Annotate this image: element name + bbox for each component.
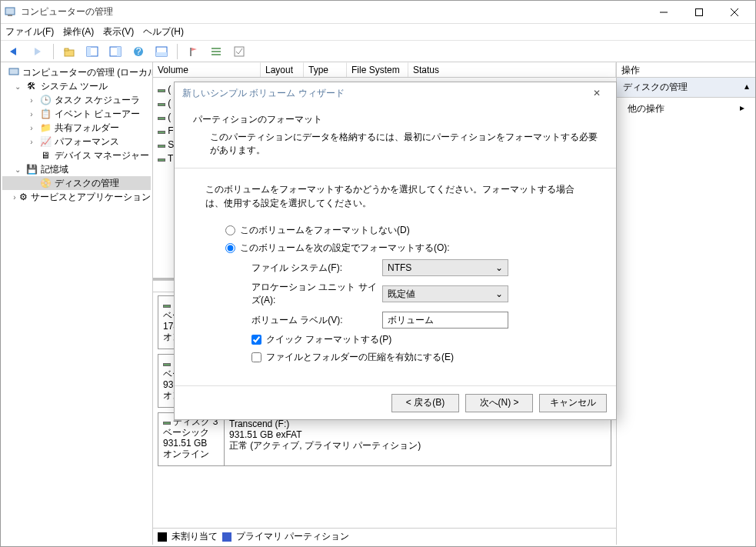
wizard-header: パーティションのフォーマット このパーティションにデータを格納するには、最初にパ… xyxy=(175,104,616,168)
collapse-icon[interactable]: ⌄ xyxy=(13,82,22,91)
expand-icon[interactable]: › xyxy=(27,124,36,132)
list-item[interactable]: ( xyxy=(158,84,171,95)
check-icon[interactable] xyxy=(230,42,248,61)
legend-swatch-primary xyxy=(222,532,231,542)
actions-more[interactable]: 他の操作 ▸ xyxy=(617,98,755,120)
radio-format[interactable] xyxy=(225,243,235,253)
tree-devmgr[interactable]: 🖥 デバイス マネージャー xyxy=(2,148,151,162)
radio-format-label: このボリュームを次の設定でフォーマットする(O): xyxy=(240,242,450,255)
services-icon: ⚙ xyxy=(19,191,28,203)
tree-diskmgmt[interactable]: 📀 ディスクの管理 xyxy=(2,176,151,190)
tree-root[interactable]: コンピューターの管理 (ローカル) xyxy=(2,65,151,79)
cancel-button[interactable]: キャンセル xyxy=(539,394,607,412)
list-item[interactable]: ( xyxy=(158,98,171,108)
expand-icon[interactable]: › xyxy=(13,193,16,202)
radio-no-format-label: このボリュームをフォーマットしない(D) xyxy=(240,224,410,237)
perf-icon: 📈 xyxy=(39,135,52,148)
menu-action[interactable]: 操作(A) xyxy=(63,25,94,38)
list-item[interactable]: F xyxy=(158,125,174,136)
back-button[interactable]: < 戻る(B) xyxy=(391,394,459,412)
tree-perf[interactable]: › 📈 パフォーマンス xyxy=(2,135,151,148)
disk-row[interactable]: ディスク 3 ベーシック 931.51 GB オンライン Transcend (… xyxy=(158,412,611,466)
svg-rect-11 xyxy=(87,47,91,56)
radio-no-format[interactable] xyxy=(225,225,235,235)
chevron-right-icon: ▸ xyxy=(740,102,744,115)
filesystem-row: ファイル システム(F): NTFS ⌄ xyxy=(251,259,585,276)
allocation-label: アロケーション ユニット サイズ(A): xyxy=(251,281,382,307)
flag-icon[interactable] xyxy=(184,42,202,61)
computer-icon xyxy=(8,66,19,78)
forward-button[interactable] xyxy=(28,42,47,61)
wizard-title-text: 新しいシンプル ボリューム ウィザード xyxy=(182,87,345,100)
expand-icon[interactable]: › xyxy=(27,96,36,105)
compress-label: ファイルとフォルダーの圧縮を有効にする(E) xyxy=(266,351,454,364)
menu-view[interactable]: 表示(V) xyxy=(103,25,134,38)
disk-partition-primary[interactable]: Transcend (F:) 931.51 GB exFAT 正常 (アクティブ… xyxy=(225,413,611,465)
expand-icon[interactable]: › xyxy=(27,110,36,118)
actions-pane: 操作 ディスクの管理 ▴ 他の操作 ▸ xyxy=(617,62,755,545)
allocation-select[interactable]: 既定値 ⌄ xyxy=(382,285,508,302)
next-button[interactable]: 次へ(N) > xyxy=(465,394,533,412)
panel2-icon[interactable] xyxy=(106,42,125,61)
svg-rect-3 xyxy=(696,8,703,15)
svg-rect-1 xyxy=(8,15,12,16)
actions-section[interactable]: ディスクの管理 ▴ xyxy=(617,78,755,98)
panel3-icon[interactable] xyxy=(152,42,171,61)
minimize-button[interactable] xyxy=(646,1,681,24)
quick-format-checkbox[interactable] xyxy=(251,335,261,345)
legend: 未割り当て プライマリ パーティション xyxy=(153,528,616,545)
menubar: ファイル(F) 操作(A) 表示(V) ヘルプ(H) xyxy=(1,24,755,41)
clock-icon: 🕒 xyxy=(39,94,52,106)
filesystem-label: ファイル システム(F): xyxy=(251,262,382,275)
col-volume[interactable]: Volume xyxy=(153,62,261,77)
tree-services[interactable]: › ⚙ サービスとアプリケーション xyxy=(2,190,151,204)
compress-checkbox[interactable] xyxy=(251,352,261,362)
radio-no-format-row[interactable]: このボリュームをフォーマットしない(D) xyxy=(225,224,585,237)
wizard-close-button[interactable]: ✕ xyxy=(585,88,608,98)
back-button[interactable] xyxy=(5,42,24,61)
disk-info: ディスク 3 ベーシック 931.51 GB オンライン xyxy=(158,413,225,465)
col-fs[interactable]: File System xyxy=(347,62,408,77)
tree-shared[interactable]: › 📁 共有フォルダー xyxy=(2,121,151,135)
col-status[interactable]: Status xyxy=(408,62,616,77)
tree-event[interactable]: › 📋 イベント ビューアー xyxy=(2,107,151,121)
navigation-tree: コンピューターの管理 (ローカル) ⌄ 🛠 システム ツール › 🕒 タスク ス… xyxy=(1,62,153,545)
collapse-icon[interactable]: ⌄ xyxy=(13,165,22,174)
volume-label-input[interactable] xyxy=(382,312,508,329)
svg-marker-19 xyxy=(191,48,197,51)
help-icon[interactable]: ? xyxy=(129,42,148,61)
svg-marker-6 xyxy=(10,48,16,55)
quick-format-row[interactable]: クイック フォーマットする(P) xyxy=(251,333,585,346)
panel1-icon[interactable] xyxy=(83,42,102,61)
event-icon: 📋 xyxy=(39,108,52,120)
wizard-instruction: このボリュームをフォーマットするかどうかを選択してください。フォーマットする場合… xyxy=(205,182,585,210)
quick-format-label: クイック フォーマットする(P) xyxy=(266,333,391,346)
menu-file[interactable]: ファイル(F) xyxy=(5,25,54,38)
expand-icon[interactable]: › xyxy=(27,138,36,146)
list-item[interactable]: ( xyxy=(158,112,171,122)
list-icon[interactable] xyxy=(207,42,225,61)
svg-marker-7 xyxy=(35,48,41,55)
menu-help[interactable]: ヘルプ(H) xyxy=(143,25,184,38)
col-layout[interactable]: Layout xyxy=(261,62,304,77)
radio-format-row[interactable]: このボリュームを次の設定でフォーマットする(O): xyxy=(225,242,585,255)
svg-rect-9 xyxy=(65,48,68,51)
tree-systools[interactable]: ⌄ 🛠 システム ツール xyxy=(2,79,151,93)
maximize-button[interactable] xyxy=(681,1,717,24)
actions-header: 操作 xyxy=(617,62,755,78)
close-button[interactable] xyxy=(717,1,752,24)
filesystem-select[interactable]: NTFS ⌄ xyxy=(382,259,508,276)
wizard-body: このボリュームをフォーマットするかどうかを選択してください。フォーマットする場合… xyxy=(175,168,616,385)
col-type[interactable]: Type xyxy=(304,62,347,77)
up-button[interactable] xyxy=(60,42,78,61)
list-item[interactable]: T xyxy=(158,153,173,164)
tree-storage[interactable]: ⌄ 💾 記憶域 xyxy=(2,162,151,176)
volume-label-label: ボリューム ラベル(V): xyxy=(251,314,382,327)
new-volume-wizard-dialog: 新しいシンプル ボリューム ウィザード ✕ パーティションのフォーマット このパ… xyxy=(174,82,617,420)
compress-row[interactable]: ファイルとフォルダーの圧縮を有効にする(E) xyxy=(251,351,585,364)
folder-icon: 📁 xyxy=(39,122,52,134)
list-item[interactable]: S xyxy=(158,139,174,150)
tree-task[interactable]: › 🕒 タスク スケジューラ xyxy=(2,93,151,107)
legend-primary: プライマリ パーティション xyxy=(236,530,349,543)
svg-rect-24 xyxy=(9,68,18,75)
